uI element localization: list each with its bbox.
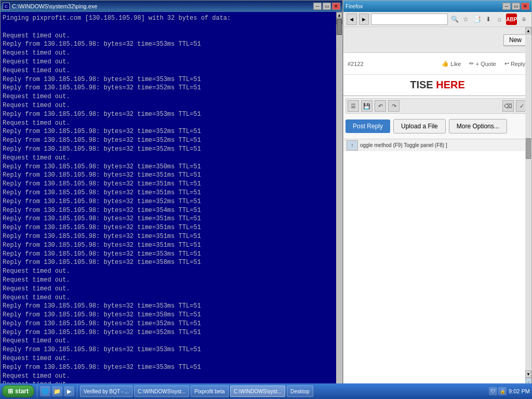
- scroll-up-arrow[interactable]: ▲: [525, 27, 531, 34]
- menu-icon[interactable]: ≡: [519, 14, 528, 25]
- editor-redo-btn[interactable]: ↷: [388, 100, 400, 112]
- scrollbar-thumb[interactable]: [526, 138, 531, 159]
- cmd-restore-btn[interactable]: ▭: [323, 3, 331, 10]
- taskbar-cmd1-label: C:\WINDOWS\syst...: [138, 389, 185, 394]
- browser-window: Firefox ─ ▭ ✕ ◄ ► 🔍 ☆ 📑 ⬇ ⌂ ABP ≡ New #2: [343, 0, 532, 389]
- reply-editor: ☰ 💾 ↶ ↷ ⌫ ✓ Post Reply Upload a File Mor…: [343, 96, 531, 139]
- cmd-output: Pinging pixprofit.com [130.185.105.98] w…: [1, 12, 336, 384]
- forward-btn[interactable]: ►: [359, 14, 369, 25]
- like-label: Like: [450, 61, 461, 67]
- browser-titlebar: Firefox ─ ▭ ✕: [343, 1, 531, 12]
- cmd-scrollbar[interactable]: ▲ ▼: [336, 12, 342, 384]
- status-bar: ↑ oggle method (F9) Toggle panel (F8) ]: [343, 139, 531, 151]
- browser-restore-btn[interactable]: ▭: [512, 3, 520, 10]
- cmd-icon: C: [3, 3, 10, 10]
- taskbar-cmd2-btn[interactable]: C:\WINDOWS\syst...: [230, 385, 285, 397]
- editor-undo-btn[interactable]: ↶: [375, 100, 386, 112]
- quote-icon: ✏: [469, 60, 474, 67]
- systray-icons: 🛡 🔒: [489, 387, 507, 395]
- browser-content: New #2122 👍 Like ✏ + Quote ↩ Re: [343, 27, 531, 388]
- taskbar-right: 🛡 🔒 9:02 PM: [489, 387, 530, 395]
- home-icon[interactable]: ⌂: [495, 14, 504, 25]
- thumb-icon: 👍: [442, 60, 449, 67]
- start-label: start: [15, 388, 29, 395]
- forum-top: New: [343, 27, 531, 53]
- quote-btn[interactable]: ✏ + Quote: [467, 59, 498, 68]
- taskbar-cmd1-btn[interactable]: C:\WINDOWS\syst...: [134, 385, 189, 397]
- back-btn[interactable]: ◄: [347, 14, 357, 25]
- ad-here: HERE: [433, 79, 465, 90]
- taskbar-desktop-btn[interactable]: Desktop: [287, 385, 313, 397]
- quicklaunch-ie-icon[interactable]: 🌐: [40, 386, 50, 396]
- taskbar-separator: [37, 385, 37, 397]
- post-area: #2122 👍 Like ✏ + Quote ↩ Reply: [343, 53, 531, 75]
- cmd-title: C:\WINDOWS\system32\ping.exe: [12, 3, 313, 9]
- address-bar[interactable]: [371, 14, 448, 25]
- systray-security-icon[interactable]: 🔒: [498, 387, 507, 395]
- post-number: #2122: [348, 61, 364, 67]
- editor-save-btn[interactable]: 💾: [361, 100, 373, 112]
- systray-shield-icon[interactable]: 🛡: [489, 387, 497, 395]
- taskbar-separator2: [77, 385, 77, 397]
- taskbar-cmd2-label: C:\WINDOWS\syst...: [234, 389, 282, 394]
- reply-label: Reply: [511, 61, 525, 67]
- browser-title: Firefox: [345, 3, 502, 9]
- clock-display: 9:02 PM: [509, 388, 530, 394]
- adblock-icon[interactable]: ABP: [506, 14, 517, 25]
- browser-scrollbar[interactable]: ▲ ▼ ↓: [525, 27, 531, 388]
- post-reply-btn[interactable]: Post Reply: [345, 119, 390, 133]
- post-actions: #2122 👍 Like ✏ + Quote ↩ Reply: [348, 57, 527, 70]
- cmd-close-btn[interactable]: ✕: [332, 3, 340, 10]
- taskbar-desktop-label: Desktop: [290, 389, 310, 394]
- reply-btn[interactable]: ↩ Reply: [502, 59, 527, 68]
- download-icon[interactable]: ⬇: [484, 14, 493, 25]
- more-options-btn[interactable]: More Options...: [449, 119, 507, 134]
- editor-list-btn[interactable]: ☰: [348, 100, 359, 112]
- new-button[interactable]: New: [503, 34, 527, 46]
- quicklaunch-folder-icon[interactable]: 📁: [52, 386, 62, 396]
- browser-toolbar: ◄ ► 🔍 ☆ 📑 ⬇ ⌂ ABP ≡: [343, 12, 531, 27]
- ad-tise: TISE: [410, 79, 433, 90]
- taskbar-bqt-btn[interactable]: Verified by BQT - ...: [80, 385, 132, 397]
- taskbar: ⊞ start 🌐 📁 ▶ Verified by BQT - ... C:\W…: [0, 383, 532, 399]
- taskbar-bqt-label: Verified by BQT - ...: [84, 389, 129, 394]
- star-icon[interactable]: ☆: [461, 14, 471, 25]
- ad-banner: TISE HERE: [343, 75, 531, 96]
- reply-icon: ↩: [504, 60, 509, 67]
- ad-text: TISE HERE: [348, 79, 527, 91]
- cmd-scrollthumb[interactable]: [337, 19, 342, 35]
- taskbar-pixprofit-label: Pixprofit beta: [194, 389, 224, 394]
- quote-label: + Quote: [475, 61, 496, 67]
- taskbar-pixprofit-btn[interactable]: Pixprofit beta: [191, 385, 228, 397]
- scrollbar-track[interactable]: [525, 34, 531, 370]
- browser-close-btn[interactable]: ✕: [521, 3, 529, 10]
- cmd-window: C C:\WINDOWS\system32\ping.exe ─ ▭ ✕ Pin…: [0, 0, 343, 384]
- browser-minimize-btn[interactable]: ─: [502, 3, 511, 10]
- cmd-minimize-btn[interactable]: ─: [313, 3, 322, 10]
- start-button[interactable]: ⊞ start: [2, 385, 34, 397]
- like-btn[interactable]: 👍 Like: [440, 59, 463, 68]
- cmd-controls: ─ ▭ ✕: [313, 3, 340, 10]
- quicklaunch-media-icon[interactable]: ▶: [64, 386, 74, 396]
- editor-toolbar: ☰ 💾 ↶ ↷ ⌫ ✓: [345, 98, 529, 114]
- status-text: oggle method (F9) Toggle panel (F8) ]: [360, 142, 447, 148]
- status-icon[interactable]: ↑: [347, 140, 358, 151]
- bookmark-icon[interactable]: 📑: [472, 14, 482, 25]
- browser-controls: ─ ▭ ✕: [502, 3, 529, 10]
- editor-eraser-btn[interactable]: ⌫: [502, 100, 514, 112]
- cmd-titlebar: C C:\WINDOWS\system32\ping.exe ─ ▭ ✕: [1, 1, 342, 12]
- upload-file-btn[interactable]: Upload a File: [393, 119, 446, 134]
- reply-buttons: Post Reply Upload a File More Options...: [345, 116, 529, 137]
- scroll-down-arrow[interactable]: ▼: [525, 370, 531, 378]
- quicklaunch-icons: 🌐 📁 ▶: [40, 386, 74, 396]
- search-icon[interactable]: 🔍: [450, 14, 459, 25]
- windows-icon: ⊞: [8, 388, 13, 395]
